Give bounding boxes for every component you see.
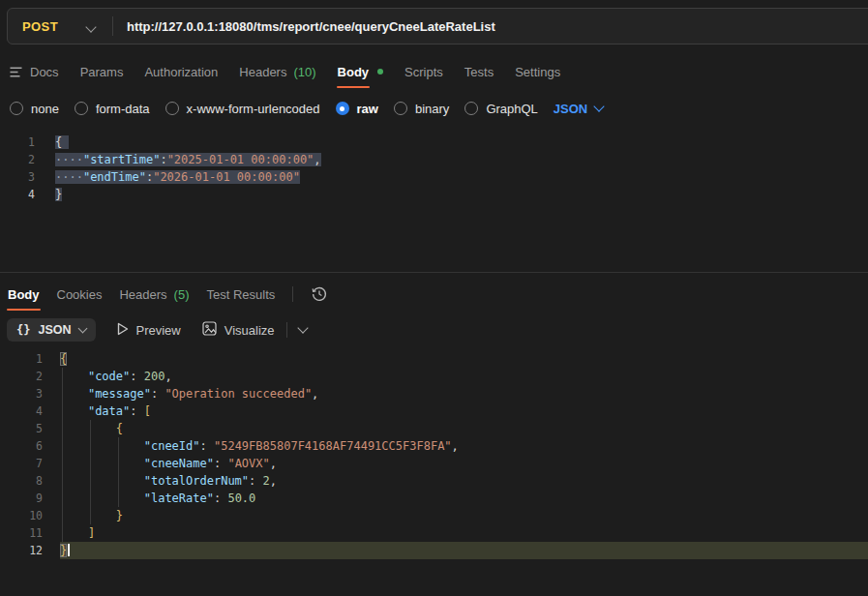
radio-label: none [31, 102, 59, 116]
request-tab-settings[interactable]: Settings [515, 57, 560, 86]
tab-label: Headers [239, 63, 286, 81]
tab-label: Docs [30, 63, 59, 81]
tab-label: Tests [464, 63, 494, 81]
chevron-down-icon [77, 323, 87, 333]
raw-language-label: JSON [554, 102, 587, 116]
tab-label: Authorization [144, 63, 218, 81]
text-selection: ····"startTime":"2025-01-01 00:00:00", [55, 153, 321, 166]
visualize-label: Visualize [224, 323, 275, 338]
method-chevron-icon [87, 17, 95, 35]
line-number: 10 [0, 507, 43, 524]
play-icon [117, 322, 129, 339]
body-type-x-www-form-urlencoded[interactable]: x-www-form-urlencoded [165, 102, 320, 116]
line-number: 3 [0, 385, 43, 402]
body-type-graphql[interactable]: GraphQL [464, 102, 537, 116]
radio-circle-icon [10, 102, 23, 115]
line-number: 9 [0, 490, 43, 507]
request-tab-authorization[interactable]: Authorization [144, 57, 218, 86]
code-line-11: 11 ] [0, 524, 868, 542]
line-number: 12 [0, 542, 43, 559]
tab-count-badge: (5) [174, 287, 190, 302]
line-number: 1 [0, 350, 43, 368]
request-tab-headers[interactable]: Headers(10) [239, 57, 315, 86]
request-tab-scripts[interactable]: Scripts [404, 57, 443, 86]
code-text: { [55, 134, 69, 151]
chevron-down-icon [594, 101, 605, 111]
toolbar-divider [286, 322, 287, 338]
collapse-chevron-icon[interactable] [299, 328, 307, 332]
line-number: 7 [0, 455, 43, 472]
preview-button[interactable]: Preview [117, 322, 181, 339]
format-label: JSON [38, 323, 71, 337]
code-text: "code": 200, [60, 368, 868, 385]
radio-label: GraphQL [486, 102, 537, 116]
code-line-7: 7 "cneeName": "AOVX", [0, 455, 868, 472]
tab-count-badge: (10) [293, 65, 315, 79]
line-number: 5 [0, 420, 43, 437]
line-number: 8 [0, 472, 43, 490]
url-input[interactable]: http://127.0.0.1:18080/tms/report/cnee/q… [127, 19, 495, 34]
body-type-form-data[interactable]: form-data [75, 102, 150, 116]
code-text: } [60, 542, 868, 559]
code-text: { [60, 350, 868, 368]
response-tabs: BodyCookiesHeaders(5)Test Results [8, 280, 328, 309]
method-label: POST [22, 19, 58, 34]
response-body-editor[interactable]: 1{2 "code": 200,3 "message": "Operation … [0, 350, 868, 559]
history-button[interactable] [311, 285, 328, 303]
api-client-window: POST http://127.0.0.1:18080/tms/report/c… [0, 0, 868, 596]
code-line-2: 2····"startTime":"2025-01-01 00:00:00", [0, 151, 868, 168]
code-line-6: 6 "cneeId": "5249FB85807F4168AF74491CC5F… [0, 437, 868, 455]
response-tab-headers[interactable]: Headers(5) [119, 280, 189, 309]
response-toolbar: {} JSON Preview Visualize [7, 318, 307, 342]
response-format-selector[interactable]: {} JSON [7, 318, 96, 342]
request-body-editor[interactable]: 1{ 2····"startTime":"2025-01-01 00:00:00… [0, 134, 868, 203]
code-text: "data": [ [60, 402, 868, 420]
request-url-bar: POST http://127.0.0.1:18080/tms/report/c… [7, 8, 868, 45]
code-line-1: 1{ [0, 350, 868, 368]
response-tab-test-results[interactable]: Test Results [207, 280, 276, 309]
code-line-3: 3 "message": "Operation succeeded", [0, 385, 868, 402]
body-type-none[interactable]: none [10, 102, 59, 116]
tab-label: Body [8, 285, 40, 304]
image-icon [202, 321, 217, 339]
indent-guide [118, 437, 119, 507]
code-line-8: 8 "totalOrderNum": 2, [0, 472, 868, 490]
code-text: "message": "Operation succeeded", [60, 385, 868, 402]
radio-circle-icon [336, 102, 349, 115]
tab-label: Params [80, 63, 124, 81]
list-lines-icon [10, 67, 23, 77]
code-line-2: 2 "code": 200, [0, 368, 868, 385]
request-tab-body[interactable]: Body [338, 57, 384, 86]
radio-circle-icon [75, 102, 88, 115]
response-tab-body[interactable]: Body [8, 280, 40, 309]
body-type-raw[interactable]: raw [336, 102, 378, 116]
body-type-binary[interactable]: binary [394, 102, 449, 116]
method-selector[interactable]: POST [8, 9, 112, 44]
tab-label: Scripts [404, 63, 443, 81]
tab-label: Cookies [57, 285, 103, 304]
tab-label: Headers [119, 285, 166, 304]
code-text: } [55, 186, 62, 203]
visualize-button[interactable]: Visualize [202, 321, 275, 339]
request-tab-params[interactable]: Params [80, 57, 124, 86]
request-tab-docs[interactable]: Docs [10, 57, 59, 86]
response-tab-cookies[interactable]: Cookies [57, 280, 103, 309]
radio-label: binary [415, 102, 449, 116]
code-line-9: 9 "lateRate": 50.0 [0, 490, 868, 507]
body-type-row: noneform-datax-www-form-urlencodedrawbin… [10, 96, 603, 121]
tab-label: Settings [515, 63, 560, 81]
code-line-12: 12} [0, 542, 868, 559]
line-number: 4 [0, 402, 43, 420]
radio-circle-icon [394, 102, 407, 115]
text-selection: } [55, 188, 62, 201]
radio-label: form-data [96, 102, 150, 116]
text-selection: ····"endTime":"2026-01-01 00:00:00" [55, 170, 300, 184]
raw-language-select[interactable]: JSON [554, 102, 603, 116]
braces-icon: {} [16, 323, 30, 337]
tab-label: Test Results [207, 285, 276, 304]
request-tab-tests[interactable]: Tests [464, 57, 494, 86]
code-text: "totalOrderNum": 2, [60, 472, 868, 490]
code-line-4: 4} [0, 186, 868, 203]
code-text: } [60, 507, 868, 524]
line-number: 2 [0, 151, 35, 168]
